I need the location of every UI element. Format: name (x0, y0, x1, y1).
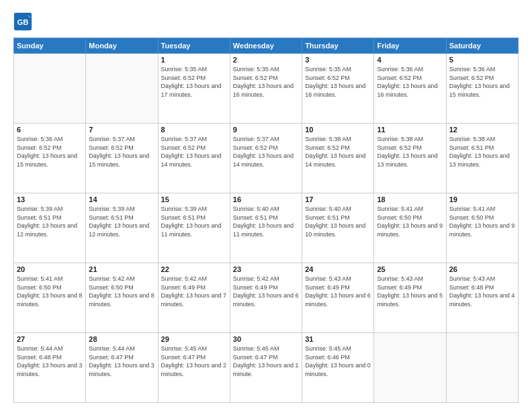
calendar-day-cell: 22Sunrise: 5:42 AMSunset: 6:49 PMDayligh… (158, 263, 230, 333)
day-info: Sunrise: 5:42 AMSunset: 6:49 PMDaylight:… (233, 275, 299, 308)
calendar-week-row: 20Sunrise: 5:41 AMSunset: 6:50 PMDayligh… (14, 263, 519, 333)
calendar-day-cell: 21Sunrise: 5:42 AMSunset: 6:50 PMDayligh… (86, 263, 158, 333)
calendar-day-cell: 27Sunrise: 5:44 AMSunset: 6:48 PMDayligh… (14, 333, 86, 403)
day-number: 27 (17, 335, 83, 343)
day-number: 6 (17, 126, 83, 134)
day-number: 2 (233, 56, 299, 64)
calendar-day-cell: 30Sunrise: 5:45 AMSunset: 6:47 PMDayligh… (230, 333, 302, 403)
calendar-day-cell (374, 333, 446, 403)
calendar-day-cell: 28Sunrise: 5:44 AMSunset: 6:47 PMDayligh… (86, 333, 158, 403)
weekday-header: Wednesday (230, 38, 302, 54)
day-info: Sunrise: 5:36 AMSunset: 6:52 PMDaylight:… (17, 135, 83, 169)
calendar-day-cell: 26Sunrise: 5:43 AMSunset: 6:48 PMDayligh… (446, 263, 518, 333)
day-number: 7 (89, 126, 154, 134)
calendar-week-row: 1Sunrise: 5:35 AMSunset: 6:52 PMDaylight… (14, 54, 519, 124)
calendar-day-cell: 2Sunrise: 5:35 AMSunset: 6:52 PMDaylight… (230, 54, 302, 124)
day-info: Sunrise: 5:39 AMSunset: 6:51 PMDaylight:… (161, 205, 227, 238)
day-number: 22 (161, 265, 227, 273)
calendar-day-cell: 17Sunrise: 5:40 AMSunset: 6:51 PMDayligh… (302, 193, 374, 263)
day-number: 9 (233, 126, 299, 134)
calendar-table: SundayMondayTuesdayWednesdayThursdayFrid… (13, 38, 519, 403)
day-number: 12 (449, 126, 515, 134)
day-info: Sunrise: 5:42 AMSunset: 6:50 PMDaylight:… (89, 275, 154, 308)
calendar-day-cell: 3Sunrise: 5:35 AMSunset: 6:52 PMDaylight… (302, 54, 374, 124)
day-info: Sunrise: 5:37 AMSunset: 6:52 PMDaylight:… (233, 135, 299, 169)
day-info: Sunrise: 5:35 AMSunset: 6:52 PMDaylight:… (233, 65, 299, 99)
weekday-header: Thursday (302, 38, 374, 54)
day-number: 25 (377, 265, 443, 273)
day-number: 30 (233, 335, 299, 343)
calendar-day-cell: 16Sunrise: 5:40 AMSunset: 6:51 PMDayligh… (230, 193, 302, 263)
day-info: Sunrise: 5:36 AMSunset: 6:52 PMDaylight:… (377, 65, 443, 99)
day-number: 16 (233, 195, 299, 203)
day-number: 21 (89, 265, 154, 273)
day-info: Sunrise: 5:41 AMSunset: 6:50 PMDaylight:… (449, 205, 515, 238)
day-info: Sunrise: 5:38 AMSunset: 6:52 PMDaylight:… (305, 135, 371, 169)
day-info: Sunrise: 5:42 AMSunset: 6:49 PMDaylight:… (161, 275, 227, 308)
day-info: Sunrise: 5:41 AMSunset: 6:50 PMDaylight:… (377, 205, 443, 238)
day-number: 29 (161, 335, 227, 343)
day-info: Sunrise: 5:43 AMSunset: 6:49 PMDaylight:… (377, 275, 443, 308)
calendar-header-row: SundayMondayTuesdayWednesdayThursdayFrid… (14, 38, 519, 54)
day-number: 17 (305, 195, 371, 203)
day-info: Sunrise: 5:45 AMSunset: 6:47 PMDaylight:… (161, 345, 227, 378)
calendar-day-cell: 8Sunrise: 5:37 AMSunset: 6:52 PMDaylight… (158, 124, 230, 193)
day-number: 23 (233, 265, 299, 273)
day-info: Sunrise: 5:45 AMSunset: 6:47 PMDaylight:… (233, 345, 299, 378)
day-number: 18 (377, 195, 443, 203)
calendar-day-cell: 6Sunrise: 5:36 AMSunset: 6:52 PMDaylight… (14, 124, 86, 193)
calendar-day-cell: 12Sunrise: 5:38 AMSunset: 6:51 PMDayligh… (446, 124, 518, 193)
calendar-week-row: 13Sunrise: 5:39 AMSunset: 6:51 PMDayligh… (14, 193, 519, 263)
calendar-week-row: 27Sunrise: 5:44 AMSunset: 6:48 PMDayligh… (14, 333, 519, 403)
day-info: Sunrise: 5:40 AMSunset: 6:51 PMDaylight:… (233, 205, 299, 238)
day-number: 4 (377, 56, 443, 64)
calendar-day-cell: 11Sunrise: 5:38 AMSunset: 6:52 PMDayligh… (374, 124, 446, 193)
calendar-day-cell: 20Sunrise: 5:41 AMSunset: 6:50 PMDayligh… (14, 263, 86, 333)
day-number: 31 (305, 335, 371, 343)
calendar-day-cell: 7Sunrise: 5:37 AMSunset: 6:52 PMDaylight… (86, 124, 158, 193)
day-info: Sunrise: 5:37 AMSunset: 6:52 PMDaylight:… (161, 135, 227, 169)
day-info: Sunrise: 5:39 AMSunset: 6:51 PMDaylight:… (89, 205, 154, 238)
calendar-day-cell: 31Sunrise: 5:45 AMSunset: 6:46 PMDayligh… (302, 333, 374, 403)
calendar-day-cell: 9Sunrise: 5:37 AMSunset: 6:52 PMDaylight… (230, 124, 302, 193)
day-info: Sunrise: 5:38 AMSunset: 6:52 PMDaylight:… (377, 135, 443, 169)
calendar-day-cell: 4Sunrise: 5:36 AMSunset: 6:52 PMDaylight… (374, 54, 446, 124)
day-number: 1 (161, 56, 227, 64)
day-info: Sunrise: 5:40 AMSunset: 6:51 PMDaylight:… (305, 205, 371, 238)
day-info: Sunrise: 5:43 AMSunset: 6:49 PMDaylight:… (305, 275, 371, 308)
calendar-day-cell (86, 54, 158, 124)
day-info: Sunrise: 5:39 AMSunset: 6:51 PMDaylight:… (17, 205, 83, 238)
page: GB SundayMondayTuesdayWednesdayThursdayF… (0, 0, 532, 411)
day-number: 8 (161, 126, 227, 134)
day-info: Sunrise: 5:41 AMSunset: 6:50 PMDaylight:… (17, 275, 83, 308)
day-number: 11 (377, 126, 443, 134)
day-info: Sunrise: 5:35 AMSunset: 6:52 PMDaylight:… (305, 65, 371, 99)
day-info: Sunrise: 5:43 AMSunset: 6:48 PMDaylight:… (449, 275, 515, 308)
calendar-day-cell: 24Sunrise: 5:43 AMSunset: 6:49 PMDayligh… (302, 263, 374, 333)
day-number: 28 (89, 335, 154, 343)
calendar-day-cell: 25Sunrise: 5:43 AMSunset: 6:49 PMDayligh… (374, 263, 446, 333)
day-number: 14 (89, 195, 154, 203)
header: GB (13, 12, 519, 31)
calendar-day-cell: 18Sunrise: 5:41 AMSunset: 6:50 PMDayligh… (374, 193, 446, 263)
calendar-day-cell: 5Sunrise: 5:36 AMSunset: 6:52 PMDaylight… (446, 54, 518, 124)
day-number: 24 (305, 265, 371, 273)
weekday-header: Friday (374, 38, 446, 54)
day-number: 15 (161, 195, 227, 203)
calendar-day-cell: 15Sunrise: 5:39 AMSunset: 6:51 PMDayligh… (158, 193, 230, 263)
svg-text:GB: GB (17, 18, 28, 26)
calendar-day-cell: 14Sunrise: 5:39 AMSunset: 6:51 PMDayligh… (86, 193, 158, 263)
calendar-week-row: 6Sunrise: 5:36 AMSunset: 6:52 PMDaylight… (14, 124, 519, 193)
day-number: 26 (449, 265, 515, 273)
calendar-day-cell: 10Sunrise: 5:38 AMSunset: 6:52 PMDayligh… (302, 124, 374, 193)
calendar-day-cell: 13Sunrise: 5:39 AMSunset: 6:51 PMDayligh… (14, 193, 86, 263)
weekday-header: Tuesday (158, 38, 230, 54)
weekday-header: Monday (86, 38, 158, 54)
logo: GB (13, 12, 35, 31)
day-info: Sunrise: 5:44 AMSunset: 6:48 PMDaylight:… (17, 345, 83, 378)
logo-icon: GB (13, 12, 32, 31)
day-info: Sunrise: 5:38 AMSunset: 6:51 PMDaylight:… (449, 135, 515, 169)
day-number: 19 (449, 195, 515, 203)
calendar-day-cell: 23Sunrise: 5:42 AMSunset: 6:49 PMDayligh… (230, 263, 302, 333)
weekday-header: Saturday (446, 38, 518, 54)
